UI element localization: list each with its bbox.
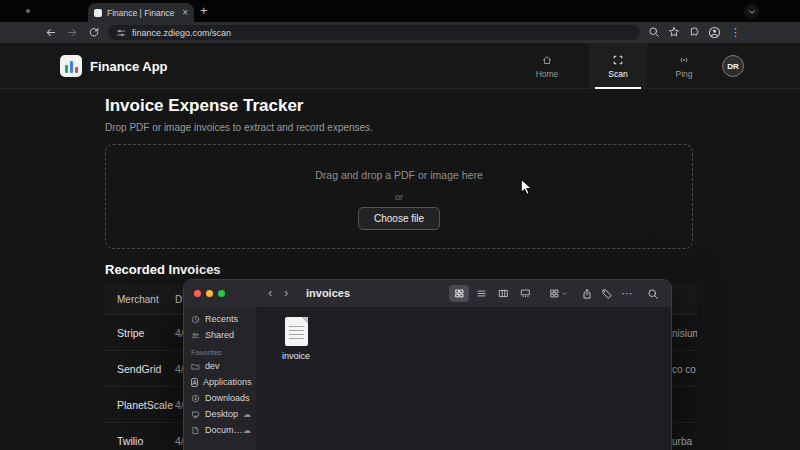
dropzone-prompt: Drag and drop a PDF or image here [106,169,692,181]
finder-forward-button[interactable]: › [284,285,288,300]
finder-back-button[interactable]: ‹ [268,285,272,300]
view-gallery-button[interactable] [515,285,535,302]
nav-label-scan: Scan [608,69,627,79]
sidebar-label: Docum… [205,425,243,435]
list-view-icon [476,288,487,299]
merchant-cell: Stripe [117,327,144,339]
tab-strip: Finance | Finance × + [0,0,800,22]
browser-menu-icon[interactable]: ⋮ [730,26,741,39]
sidebar-label: Recents [205,314,238,324]
sidebar-item-documents[interactable]: Docum… ☁ [184,422,256,438]
shared-people-icon [191,331,200,340]
traffic-maximize-button[interactable] [218,290,225,297]
sidebar-item-desktop[interactable]: Desktop ☁ [184,406,256,422]
back-button[interactable] [44,26,57,39]
browser-tab[interactable]: Finance | Finance × [88,3,194,22]
profile-avatar-icon[interactable] [708,26,721,39]
page-title: Invoice Expense Tracker [105,96,303,116]
nav-label-ping: Ping [675,69,692,79]
finder-content-area[interactable]: invoice [257,307,671,450]
nav-item-scan[interactable]: Scan [589,43,647,89]
search-icon [647,288,659,300]
finder-window-title: invoices [306,287,350,299]
nav-item-home[interactable]: Home [518,43,576,89]
finder-titlebar[interactable]: ‹ › invoices [184,280,671,308]
url-bar[interactable]: finance.zdiego.com/scan [108,25,640,40]
share-button[interactable] [577,285,597,302]
forward-button[interactable] [66,26,79,39]
sidebar-section-favorites: Favorites [184,343,256,358]
row-right-fragment: co co [672,363,696,374]
reload-button[interactable] [88,26,100,38]
sidebar-label: Downloads [205,393,250,403]
icloud-icon: ☁ [243,426,251,435]
document-icon [191,426,200,435]
merchant-cell: Twilio [117,435,143,447]
file-name: invoice [282,351,310,361]
ellipsis-icon: ⋯ [622,288,633,299]
sidebar-item-downloads[interactable]: Downloads [184,390,256,406]
tag-button[interactable] [597,285,617,302]
more-actions-button[interactable]: ⋯ [617,285,637,302]
folder-icon [191,362,200,371]
choose-file-button[interactable]: Choose file [358,207,440,230]
file-item-invoice[interactable]: invoice [271,317,321,361]
finder-toolbar: ⋯ [449,284,663,303]
file-dropzone[interactable]: Drag and drop a PDF or image here or Cho… [105,144,693,249]
browser-window: Finance | Finance × + finance.zdiego.com… [0,0,800,450]
row-right-fragment: urba [672,435,692,446]
chevron-down-icon [561,290,568,297]
tab-close-icon[interactable]: × [182,8,188,18]
tab-search-chevron-icon[interactable] [744,4,759,19]
group-by-button[interactable] [545,285,571,302]
app-name: Finance App [90,59,168,74]
site-settings-icon[interactable] [116,28,126,38]
downloads-icon [191,394,200,403]
recorded-invoices-heading: Recorded Invoices [105,262,221,277]
traffic-close-button[interactable] [194,290,201,297]
sidebar-item-applications[interactable]: A Applications [184,374,256,390]
sidebar-label: Applications [203,377,252,387]
finance-app-logo-icon [60,55,82,77]
sidebar-item-shared[interactable]: Shared [184,327,256,343]
sidebar-item-recents[interactable]: Recents [184,311,256,327]
scan-icon [612,54,624,66]
view-columns-button[interactable] [493,285,513,302]
gallery-view-icon [520,288,531,299]
desktop-icon [191,410,200,419]
view-switcher [449,285,535,302]
page-subtitle: Drop PDF or image invoices to extract an… [105,122,373,133]
nav-label-home: Home [536,69,559,79]
sidebar-item-dev[interactable]: dev [184,358,256,374]
finder-window[interactable]: ‹ › invoices [183,279,672,450]
bookmark-star-icon[interactable] [668,26,680,38]
zoom-icon[interactable] [648,26,660,38]
nav-item-ping[interactable]: Ping [655,43,713,89]
view-icons-button[interactable] [449,285,469,302]
share-icon [581,288,593,300]
user-avatar[interactable]: DR [722,55,744,77]
view-list-button[interactable] [471,285,491,302]
icloud-icon: ☁ [243,410,251,419]
tag-icon [601,288,613,300]
traffic-minimize-button[interactable] [206,290,213,297]
dropzone-or-text: or [106,192,692,202]
finder-search-button[interactable] [643,285,663,302]
file-document-icon [285,317,308,346]
home-icon [541,54,553,66]
extensions-puzzle-icon[interactable] [688,26,700,38]
col-header-merchant: Merchant [117,294,159,305]
window-control-dot [26,9,30,13]
columns-view-icon [498,288,509,299]
tab-favicon-icon [94,9,102,17]
new-tab-button[interactable]: + [200,3,208,19]
ping-icon [678,54,690,66]
grid-view-icon [454,288,465,299]
group-by-icon [549,288,560,299]
applications-icon: A [191,378,198,387]
row-right-fragment: nisium [672,327,697,338]
site-header: Finance App Home Scan Ping DR [0,43,800,89]
url-text: finance.zdiego.com/scan [132,28,231,38]
clock-icon [191,315,200,324]
browser-toolbar: finance.zdiego.com/scan ⋮ [0,22,800,43]
